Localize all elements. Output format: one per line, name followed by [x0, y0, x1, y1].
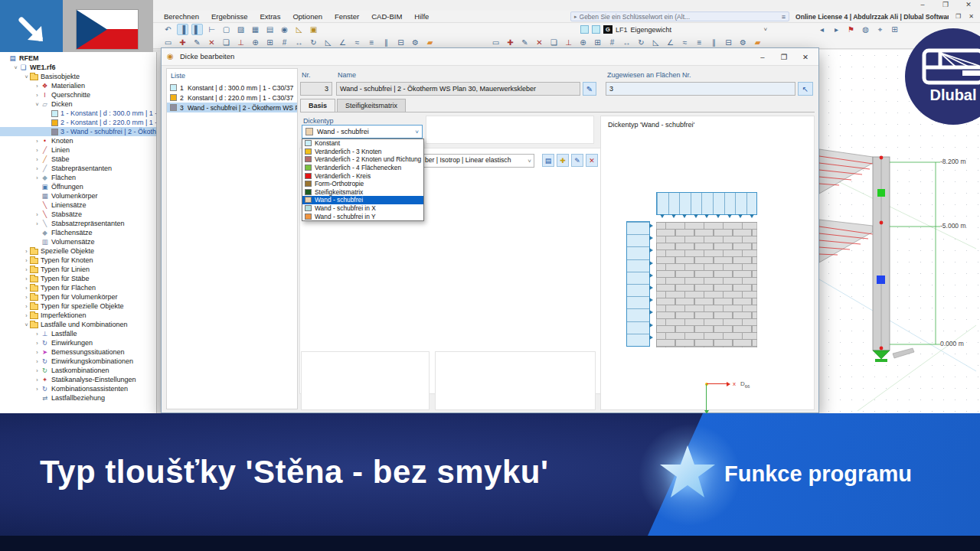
undo-icon[interactable]: ↶: [162, 24, 174, 35]
navigator-item[interactable]: ˅ Lastfälle und Kombinationen: [0, 320, 156, 329]
copy-icon[interactable]: ❏: [220, 37, 232, 48]
app-close-button[interactable]: ✕: [959, 0, 978, 10]
loadcase-chevron-icon[interactable]: ˅: [764, 26, 768, 33]
dropdown-option[interactable]: Wand - schubfrei: [302, 196, 423, 204]
select-icon[interactable]: ▭: [490, 37, 501, 48]
navigator-item[interactable]: › ↻ Einwirkungen: [0, 338, 156, 347]
navigator-item[interactable]: ▤ RFEM: [0, 54, 156, 63]
report-icon[interactable]: ▤: [264, 24, 276, 35]
navigator-item[interactable]: › ➤ Bemessungssituationen: [0, 347, 156, 357]
node-tool-icon[interactable]: ⊥: [235, 37, 247, 48]
settings-icon[interactable]: ⚙: [410, 37, 421, 48]
menu-item[interactable]: Hilfe: [408, 11, 435, 23]
dialog-tab[interactable]: Basis: [300, 99, 335, 112]
dialog-minimize-button[interactable]: –: [754, 51, 771, 63]
expander-icon[interactable]: ›: [23, 258, 30, 263]
render-icon[interactable]: ▨: [235, 24, 247, 35]
menu-item[interactable]: Berechnen: [158, 11, 205, 23]
dialog-close-button[interactable]: ✕: [797, 51, 814, 63]
navigator-item[interactable]: › ╲ Stabsätze: [0, 210, 156, 219]
expander-icon[interactable]: ›: [34, 368, 41, 373]
dialog-titlebar[interactable]: ◉ Dicke bearbeiten – ❐ ✕: [162, 48, 818, 66]
menu-item[interactable]: Fenster: [328, 11, 365, 23]
assigned-surfaces-field[interactable]: 3: [606, 82, 795, 96]
expander-icon[interactable]: ˅: [34, 102, 41, 107]
minus-box-icon[interactable]: ⊟: [395, 37, 407, 48]
select-icon[interactable]: ▭: [162, 37, 174, 48]
expander-icon[interactable]: ›: [34, 359, 41, 364]
axes-icon[interactable]: ⌖: [874, 24, 886, 35]
dropdown-option[interactable]: Veränderlich - 3 Knoten: [302, 148, 423, 156]
navigator-item[interactable]: › Typen für Knoten: [0, 256, 156, 265]
plane-icon[interactable]: ◺: [322, 37, 334, 48]
folder-icon[interactable]: ▰: [424, 37, 436, 48]
list-item[interactable]: 3 Wand - schubfrei | 2 - Ökotherm WS Pla…: [167, 103, 297, 112]
library-icon[interactable]: ▤: [542, 154, 554, 167]
new-material-icon[interactable]: ✚: [557, 154, 569, 167]
menu-item[interactable]: Extras: [253, 11, 286, 23]
angle-icon[interactable]: ∠: [337, 37, 348, 48]
expander-icon[interactable]: ›: [34, 93, 41, 98]
layers-icon[interactable]: ⊞: [889, 24, 900, 35]
menu-item[interactable]: CAD-BIM: [365, 11, 408, 23]
name-field[interactable]: Wand - schubfrei | 2 - Ökotherm WS Plan …: [336, 82, 580, 96]
navigator-item[interactable]: › Imperfektionen: [0, 311, 156, 320]
rename-button[interactable]: ✎: [583, 82, 596, 96]
list-icon[interactable]: ≡: [366, 37, 377, 48]
menu-item[interactable]: Optionen: [286, 11, 328, 23]
expander-icon[interactable]: ˅: [23, 74, 30, 80]
navigator-item[interactable]: › Typen für Flächen: [0, 283, 156, 292]
expander-icon[interactable]: ˅: [23, 322, 30, 328]
move-icon[interactable]: ↔: [621, 37, 632, 48]
expander-icon[interactable]: ›: [23, 285, 30, 291]
expander-icon[interactable]: ›: [23, 276, 30, 282]
navigator-item[interactable]: ˅ Basisobjekte: [0, 72, 156, 81]
navigator-item[interactable]: › Typen für Stäbe: [0, 274, 156, 283]
navigator-item[interactable]: ˅ ❏ WE1.rf6: [0, 63, 156, 72]
navigator-item[interactable]: ▥ Volumensätze: [0, 237, 156, 246]
expander-icon[interactable]: ›: [34, 212, 41, 217]
expander-icon[interactable]: ›: [34, 83, 41, 89]
folder-icon[interactable]: ▰: [752, 37, 763, 48]
navigator-item[interactable]: › ↻ Lastkombinationen: [0, 366, 156, 375]
navigator-item[interactable]: 3 - Wand - schubfrei | 2 - Ökotherm WS P…: [0, 127, 156, 136]
list-icon[interactable]: ≡: [694, 37, 705, 48]
expander-icon[interactable]: ›: [23, 304, 30, 309]
navigator-item[interactable]: 2 - Konstant | d : 220.0 mm | 1 - C30/37: [0, 118, 156, 127]
navigator-item[interactable]: › ╲ Stabsatzrepräsentanten: [0, 219, 156, 228]
list-item[interactable]: 1 Konstant | d : 300.0 mm | 1 - C30/37: [167, 83, 297, 93]
dropdown-option[interactable]: Wand - schubfrei in Y: [302, 212, 423, 220]
numbering-icon[interactable]: #: [279, 37, 290, 48]
node-tool-icon[interactable]: ⊥: [563, 37, 574, 48]
navigator-item[interactable]: › ╱ Stäbe: [0, 155, 156, 164]
surface-grid-icon[interactable]: ⊞: [592, 37, 603, 48]
prev-icon[interactable]: ◂: [816, 24, 828, 35]
parallel-icon[interactable]: ∥: [708, 37, 720, 48]
navigator-item[interactable]: ◆ Flächensätze: [0, 228, 156, 237]
next-icon[interactable]: ▸: [831, 24, 842, 35]
nr-field[interactable]: 3: [300, 82, 332, 96]
rotate-icon[interactable]: ↻: [308, 37, 319, 48]
navigator-item[interactable]: › ↻ Kombinationsassistenten: [0, 384, 156, 393]
rotate-icon[interactable]: ↻: [635, 37, 647, 48]
insert-box-icon[interactable]: ▣: [308, 24, 319, 35]
parallel-icon[interactable]: ∥: [381, 37, 392, 48]
expander-icon[interactable]: ›: [34, 139, 41, 144]
document-window-controls[interactable]: – ❐ ✕: [944, 11, 977, 22]
expander-icon[interactable]: ˅: [12, 65, 19, 70]
expander-icon[interactable]: ›: [34, 166, 41, 171]
edit-icon[interactable]: ✎: [191, 37, 203, 48]
navigator-item[interactable]: › Typen für Volumenkörper: [0, 292, 156, 302]
filter-icon[interactable]: ⚑: [845, 24, 857, 35]
navigator-item[interactable]: › Spezielle Objekte: [0, 246, 156, 256]
navigator-item[interactable]: › ↻ Einwirkungskombinationen: [0, 357, 156, 366]
navigator-item[interactable]: › ✦ Statikanalyse-Einstellungen: [0, 375, 156, 384]
expander-icon[interactable]: ›: [34, 377, 41, 383]
navigator-item[interactable]: › ◆ Flächen: [0, 173, 156, 182]
app-maximize-button[interactable]: ❐: [936, 0, 956, 10]
select-surfaces-button[interactable]: ↖: [798, 82, 813, 96]
list-item[interactable]: 2 Konstant | d : 220.0 mm | 1 - C30/37: [167, 93, 297, 103]
expander-icon[interactable]: ›: [34, 331, 41, 337]
navigator-item[interactable]: › I Querschnitte: [0, 90, 156, 99]
dialog-tab[interactable]: Steifigkeitsmatrix: [337, 99, 406, 112]
